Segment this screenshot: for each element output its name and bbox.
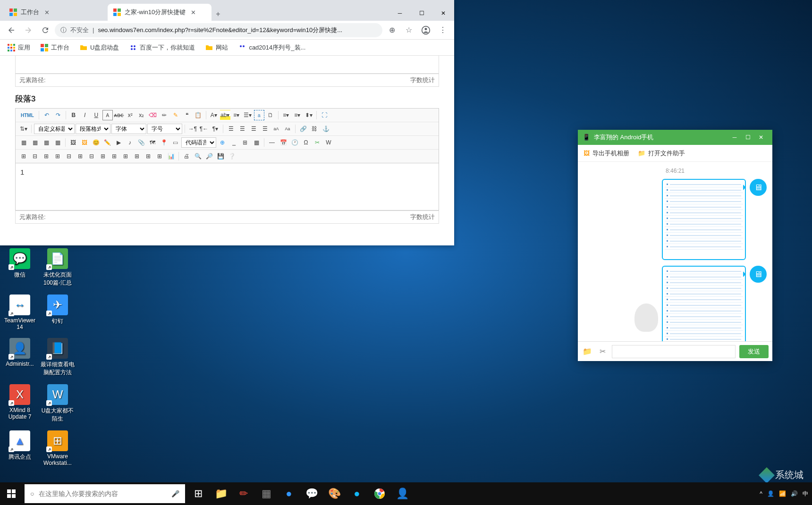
- selectall-button[interactable]: a: [254, 110, 264, 120]
- forward-button[interactable]: [21, 23, 36, 38]
- system-tray[interactable]: ^ 👤 📶 🔊 中: [760, 490, 812, 498]
- forecolor-button[interactable]: A▾: [209, 110, 219, 120]
- emotion-button[interactable]: 😊: [91, 137, 101, 148]
- tray-network-icon[interactable]: 📶: [779, 490, 786, 497]
- mergecells-button[interactable]: ⊞: [98, 151, 108, 161]
- horizontal-button[interactable]: —: [267, 137, 277, 148]
- backcolor-button[interactable]: ab▾: [220, 110, 230, 120]
- tab-close-icon[interactable]: ✕: [189, 8, 197, 16]
- fullscreen-button[interactable]: ⛶: [319, 110, 330, 120]
- drafts-button[interactable]: 💾: [215, 151, 226, 161]
- insertcol-button[interactable]: ⊞: [75, 151, 85, 161]
- qq-minimize-button[interactable]: ─: [728, 132, 741, 143]
- spechars-button[interactable]: Ω: [301, 137, 311, 148]
- charts-button[interactable]: 📊: [166, 151, 176, 161]
- insertimage-button[interactable]: 🖼: [79, 137, 90, 148]
- back-button[interactable]: [4, 23, 19, 38]
- insertframe-button[interactable]: ▭: [170, 137, 180, 148]
- insertvideo-button[interactable]: ▶: [113, 137, 124, 148]
- blockquote-button[interactable]: ❝: [182, 110, 192, 120]
- qq-folder-button[interactable]: 📁: [582, 346, 593, 357]
- underline-button[interactable]: U: [91, 110, 102, 120]
- editor-area-top[interactable]: [15, 56, 439, 74]
- mergeright-button[interactable]: ⊞: [109, 151, 119, 161]
- qq-export-photos[interactable]: 🖼导出手机相册: [584, 149, 629, 158]
- desktop-icon-admin[interactable]: 👤↗Administr...: [3, 338, 37, 377]
- image-none-button[interactable]: ▦: [18, 137, 29, 148]
- tray-people-icon[interactable]: 👤: [767, 490, 774, 497]
- anchor-button[interactable]: ⚓: [321, 124, 331, 134]
- qq-title-bar[interactable]: 📱 李富翔的 Android手机 ─ ☐ ✕: [578, 130, 772, 145]
- strikethrough-button[interactable]: ᴀʙᴄ: [114, 110, 124, 120]
- taskbar-app-7[interactable]: 👤: [391, 482, 414, 505]
- qq-file-helper[interactable]: 📁打开文件助手: [638, 149, 685, 158]
- insertparagraphbeforetable-button[interactable]: ⊞: [41, 151, 51, 161]
- insertrow-button[interactable]: ⊞: [52, 151, 63, 161]
- taskbar-app-3[interactable]: ●: [278, 482, 300, 505]
- menu-icon[interactable]: ⋮: [435, 23, 450, 38]
- unlink-button[interactable]: ⛓: [309, 124, 320, 134]
- customstyle-button[interactable]: ⇅▾: [18, 124, 29, 134]
- tab-close-icon[interactable]: ✕: [43, 8, 51, 16]
- inserttable-button[interactable]: ⊞: [18, 151, 29, 161]
- taskbar-app-1[interactable]: ✏: [232, 482, 255, 505]
- desktop-icon-teamviewer[interactable]: ↔↗TeamViewer 14: [3, 295, 37, 330]
- qq-chat-area[interactable]: 8:46:21 🖥 🖥: [578, 162, 772, 341]
- snapscreen-button[interactable]: ✂: [312, 137, 322, 148]
- searchreplace-button[interactable]: 🔎: [204, 151, 214, 161]
- justifyfull-button[interactable]: ☰: [260, 124, 270, 134]
- cleardoc-button[interactable]: 🗋: [265, 110, 276, 120]
- bookmark-website[interactable]: 网站: [202, 42, 232, 54]
- mic-icon[interactable]: 🎤: [171, 490, 179, 497]
- lineheight-button[interactable]: ⬍▾: [304, 110, 314, 120]
- indent-button[interactable]: →¶: [187, 124, 198, 134]
- deletecol-button[interactable]: ⊟: [86, 151, 97, 161]
- webapp-button[interactable]: ⊕: [217, 137, 228, 148]
- search-input[interactable]: [39, 490, 167, 497]
- zoom-icon[interactable]: ⊕: [384, 23, 399, 38]
- reload-button[interactable]: [38, 23, 53, 38]
- justifycenter-button[interactable]: ☰: [237, 124, 247, 134]
- tab-2-active[interactable]: 之家-win10分屏快捷键 ✕: [108, 4, 211, 21]
- fontborder-button[interactable]: A: [102, 110, 113, 120]
- bookmark-baidu[interactable]: 百度一下，你就知道: [126, 42, 199, 54]
- formatmatch-button[interactable]: ✏: [159, 110, 169, 120]
- insertorderedlist-button[interactable]: ≡▾: [231, 110, 242, 120]
- qq-close-button[interactable]: ✕: [754, 132, 768, 143]
- preview-button[interactable]: 🔍: [193, 151, 203, 161]
- word-count[interactable]: 字数统计: [410, 76, 435, 84]
- minimize-button[interactable]: ─: [389, 6, 411, 21]
- deleterow-button[interactable]: ⊟: [64, 151, 74, 161]
- star-icon[interactable]: ☆: [401, 23, 416, 38]
- desktop-icon-qidian[interactable]: ▲↗腾讯企点: [3, 430, 37, 466]
- close-button[interactable]: ✕: [432, 6, 454, 21]
- print-button[interactable]: 🖨: [181, 151, 192, 161]
- map-button[interactable]: 🗺: [147, 137, 158, 148]
- pasteplain-button[interactable]: 📋: [193, 110, 203, 120]
- qq-send-button[interactable]: 发送: [739, 345, 769, 358]
- profile-icon[interactable]: [418, 23, 433, 38]
- qq-message-input[interactable]: [612, 345, 736, 358]
- desktop-icon-vmware[interactable]: ⊞↗VMware Workstati...: [41, 430, 75, 466]
- bookmark-usb[interactable]: U盘启动盘: [76, 42, 123, 54]
- fontsize-select[interactable]: 字号: [147, 124, 182, 134]
- bold-button[interactable]: B: [68, 110, 79, 120]
- bookmark-cad[interactable]: cad2014序列号_装...: [235, 42, 309, 54]
- splittocells-button[interactable]: ⊞: [132, 151, 142, 161]
- image-left-button[interactable]: ▦: [30, 137, 40, 148]
- outdent-button[interactable]: ¶←: [199, 124, 209, 134]
- tab-1[interactable]: 工作台 ✕: [4, 4, 108, 21]
- desktop-icon-config[interactable]: 📘↗最详细查看电脑配置方法: [41, 338, 75, 377]
- tray-ime-icon[interactable]: 中: [803, 490, 808, 498]
- tray-up-icon[interactable]: ^: [760, 490, 762, 497]
- taskview-button[interactable]: ⊞: [187, 482, 210, 505]
- codelang-select[interactable]: 代码语言: [181, 137, 216, 148]
- subscript-button[interactable]: x₂: [136, 110, 147, 120]
- direction-button[interactable]: ¶▾: [210, 124, 220, 134]
- wordimage-button[interactable]: W: [323, 137, 334, 148]
- paragraph-select[interactable]: 段落格式: [76, 124, 110, 134]
- qq-maximize-button[interactable]: ☐: [741, 132, 754, 143]
- desktop-icon-xmind[interactable]: X↗XMind 8 Update 7: [3, 384, 37, 423]
- help-button[interactable]: ❔: [227, 151, 237, 161]
- taskbar-chrome[interactable]: [368, 482, 391, 505]
